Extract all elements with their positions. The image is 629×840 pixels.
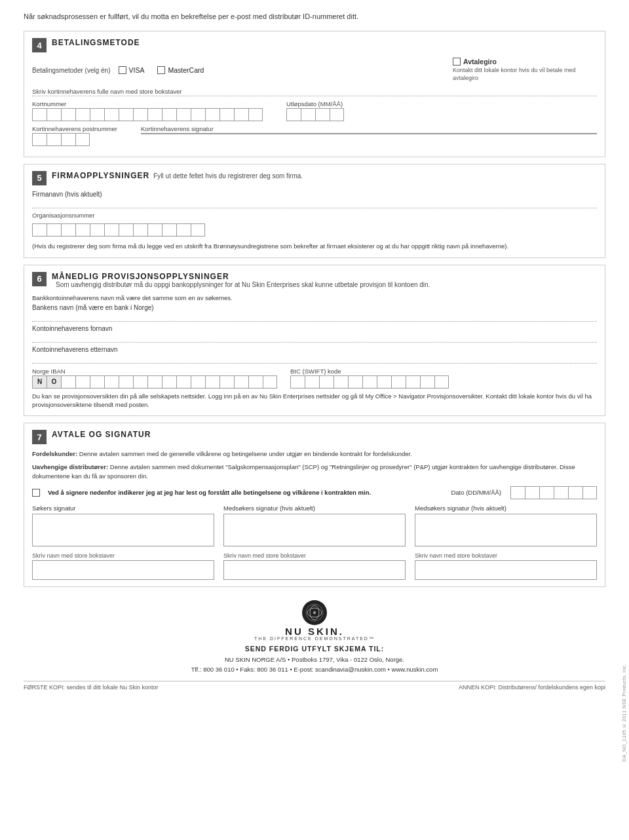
- name2-box[interactable]: [223, 560, 406, 580]
- visa-option[interactable]: VISA: [119, 66, 145, 74]
- bic-box-5[interactable]: [348, 375, 362, 389]
- iban-box-15[interactable]: [263, 375, 277, 389]
- bic-box-11[interactable]: [434, 375, 449, 389]
- iban-box-7[interactable]: [147, 375, 162, 389]
- card-box-5[interactable]: [90, 108, 104, 121]
- svg-point-3: [313, 611, 316, 614]
- org-box-9[interactable]: [147, 223, 162, 237]
- bank-name-input[interactable]: [32, 313, 597, 322]
- bic-box-3[interactable]: [319, 375, 334, 389]
- bic-box-10[interactable]: [420, 375, 434, 389]
- name2-label: Skriv navn med store bokstaver: [223, 552, 406, 559]
- name3-box[interactable]: [415, 560, 597, 580]
- card-name-input[interactable]: [32, 96, 597, 96]
- iban-box-12[interactable]: [219, 375, 234, 389]
- date-box-6[interactable]: [582, 486, 597, 499]
- card-box-16[interactable]: [248, 108, 263, 121]
- iban-box-6[interactable]: [133, 375, 147, 389]
- card-box-4[interactable]: [75, 108, 90, 121]
- org-box-1[interactable]: [32, 223, 47, 237]
- bic-box-7[interactable]: [377, 375, 391, 389]
- card-box-2[interactable]: [47, 108, 61, 121]
- iban-boxes[interactable]: N O: [32, 375, 277, 389]
- iban-box-9[interactable]: [176, 375, 191, 389]
- card-box-3[interactable]: [61, 108, 75, 121]
- card-box-1[interactable]: [32, 108, 47, 121]
- postnum-box-3[interactable]: [61, 133, 75, 146]
- date-box-3[interactable]: [539, 486, 554, 499]
- expiry-box-3[interactable]: [315, 108, 330, 121]
- card-box-8[interactable]: [133, 108, 147, 121]
- bank-name-row: Bankens navn (må være en bank i Norge): [32, 304, 597, 322]
- postnum-boxes[interactable]: [32, 133, 117, 146]
- org-box-8[interactable]: [133, 223, 147, 237]
- iban-box-5[interactable]: [119, 375, 133, 389]
- mastercard-checkbox[interactable]: [157, 66, 165, 74]
- company-name-input[interactable]: [32, 199, 597, 208]
- iban-box-11[interactable]: [205, 375, 219, 389]
- name1-box[interactable]: [32, 560, 214, 580]
- bic-box-9[interactable]: [406, 375, 420, 389]
- page: Når søknadsprosessen er fullført, vil du…: [0, 0, 629, 840]
- date-boxes[interactable]: [510, 486, 597, 499]
- card-box-9[interactable]: [147, 108, 162, 121]
- date-box-4[interactable]: [554, 486, 568, 499]
- sig1-box[interactable]: [32, 514, 214, 546]
- iban-box-4[interactable]: [104, 375, 119, 389]
- avtalegiro-checkbox[interactable]: [453, 58, 461, 66]
- bic-box-4[interactable]: [334, 375, 348, 389]
- visa-checkbox[interactable]: [119, 66, 126, 74]
- bic-boxes[interactable]: [290, 375, 449, 389]
- iban-box-13[interactable]: [234, 375, 248, 389]
- org-box-3[interactable]: [61, 223, 75, 237]
- card-sig-field[interactable]: [141, 133, 597, 134]
- org-box-12[interactable]: [191, 223, 205, 237]
- expiry-box-4[interactable]: [330, 108, 344, 121]
- card-box-10[interactable]: [162, 108, 176, 121]
- card-box-12[interactable]: [191, 108, 205, 121]
- bic-box-2[interactable]: [305, 375, 319, 389]
- visa-label: VISA: [129, 66, 145, 74]
- date-box-2[interactable]: [525, 486, 539, 499]
- account-first-input[interactable]: [32, 334, 597, 343]
- expiry-box-1[interactable]: [286, 108, 301, 121]
- card-box-14[interactable]: [219, 108, 234, 121]
- postnum-box-2[interactable]: [47, 133, 61, 146]
- sig3-box[interactable]: [415, 514, 597, 546]
- account-last-input[interactable]: [32, 354, 597, 364]
- bic-box-1[interactable]: [290, 375, 305, 389]
- mastercard-option[interactable]: MasterCard: [157, 66, 204, 74]
- iban-box-10[interactable]: [191, 375, 205, 389]
- iban-box-14[interactable]: [248, 375, 263, 389]
- iban-box-1[interactable]: [61, 375, 75, 389]
- postnum-box-1[interactable]: [32, 133, 47, 146]
- iban-box-2[interactable]: [75, 375, 90, 389]
- card-box-6[interactable]: [104, 108, 119, 121]
- bic-box-6[interactable]: [362, 375, 377, 389]
- sig2-box[interactable]: [223, 514, 406, 546]
- bic-box-8[interactable]: [391, 375, 406, 389]
- card-number-boxes[interactable]: [32, 108, 263, 121]
- section6-title-row: MÅNEDLIG PROVISJONSOPPLYSNINGER Som uavh…: [52, 272, 597, 288]
- iban-box-3[interactable]: [90, 375, 104, 389]
- org-box-10[interactable]: [162, 223, 176, 237]
- date-box-1[interactable]: [510, 486, 525, 499]
- org-box-6[interactable]: [104, 223, 119, 237]
- expiry-box-2[interactable]: [301, 108, 315, 121]
- fordelskunder-label: Fordelskunder:: [32, 450, 77, 457]
- org-box-11[interactable]: [176, 223, 191, 237]
- org-box-5[interactable]: [90, 223, 104, 237]
- expiry-boxes[interactable]: [286, 108, 344, 121]
- card-box-13[interactable]: [205, 108, 219, 121]
- org-box-2[interactable]: [47, 223, 61, 237]
- sign-checkbox[interactable]: [32, 489, 40, 497]
- card-box-15[interactable]: [234, 108, 248, 121]
- postnum-box-4[interactable]: [75, 133, 90, 146]
- card-box-11[interactable]: [176, 108, 191, 121]
- date-box-5[interactable]: [568, 486, 582, 499]
- org-box-4[interactable]: [75, 223, 90, 237]
- card-box-7[interactable]: [119, 108, 133, 121]
- org-boxes[interactable]: [32, 223, 597, 237]
- iban-box-8[interactable]: [162, 375, 176, 389]
- org-box-7[interactable]: [119, 223, 133, 237]
